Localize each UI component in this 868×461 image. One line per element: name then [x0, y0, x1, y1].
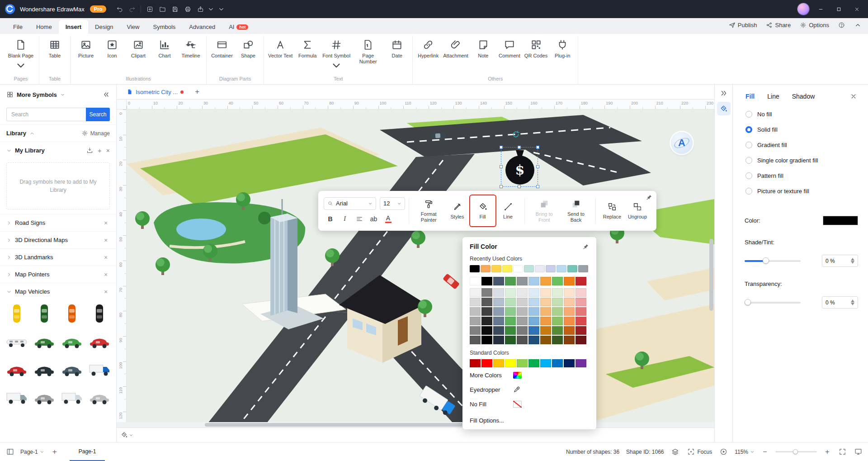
- library-row-3d-directional-maps[interactable]: 3D Directional Maps×: [0, 231, 116, 248]
- standard-color-swatch[interactable]: [505, 359, 516, 367]
- color-swatch[interactable]: [481, 298, 492, 306]
- color-swatch[interactable]: [576, 277, 586, 285]
- new-button[interactable]: [144, 3, 156, 15]
- color-swatch[interactable]: [528, 307, 539, 316]
- color-swatch[interactable]: [481, 326, 492, 335]
- standard-color-swatch[interactable]: [481, 359, 492, 367]
- menu-tab-design[interactable]: Design: [88, 20, 120, 34]
- new-document-tab-button[interactable]: +: [192, 86, 203, 97]
- fit-to-screen-icon[interactable]: [854, 447, 863, 456]
- open-button[interactable]: [156, 3, 168, 15]
- font-size-select[interactable]: 12: [380, 197, 405, 210]
- ribbon-item-blank-page[interactable]: Blank Page: [5, 36, 36, 72]
- menu-tab-view[interactable]: View: [120, 20, 146, 34]
- color-swatch[interactable]: [576, 336, 586, 344]
- zoom-slider-thumb[interactable]: [793, 449, 798, 454]
- radio-button[interactable]: [745, 111, 752, 118]
- color-swatch[interactable]: [540, 298, 551, 306]
- selection-handle[interactable]: [500, 146, 503, 149]
- recent-color-swatch[interactable]: [513, 265, 523, 272]
- standard-color-swatch[interactable]: [564, 359, 575, 367]
- document-tab[interactable]: Isometric City ...: [121, 85, 189, 99]
- chevron-down-icon[interactable]: [207, 3, 214, 15]
- ribbon-item-container[interactable]: Container: [209, 36, 235, 60]
- toolbar-more-chevron-icon[interactable]: [215, 3, 227, 15]
- radio-button[interactable]: [745, 157, 752, 164]
- fill-type-single-color-gradient-fill[interactable]: Single color gradient fill: [745, 152, 858, 168]
- color-swatch[interactable]: [505, 317, 516, 325]
- color-swatch[interactable]: [470, 336, 481, 344]
- zoom-out-button[interactable]: −: [761, 448, 769, 456]
- font-family-select[interactable]: Arial: [324, 197, 376, 210]
- vehicle-symbol[interactable]: [87, 387, 112, 409]
- color-swatch[interactable]: [481, 307, 492, 316]
- ribbon-item-page-number[interactable]: Page Number: [353, 36, 383, 65]
- zoom-in-button[interactable]: +: [824, 448, 831, 456]
- color-swatch[interactable]: [493, 336, 504, 344]
- selection-handle[interactable]: [518, 185, 521, 188]
- color-swatch[interactable]: [505, 288, 516, 297]
- palette-fill-tool[interactable]: [120, 431, 133, 439]
- font-color-button[interactable]: A: [382, 213, 395, 225]
- color-swatch[interactable]: [470, 298, 481, 306]
- ribbon-item-formula[interactable]: Formula: [295, 36, 320, 60]
- vehicle-symbol[interactable]: [60, 303, 85, 324]
- selection-handle[interactable]: [500, 185, 503, 188]
- color-swatch[interactable]: [528, 326, 539, 335]
- color-swatch[interactable]: [564, 336, 575, 344]
- color-swatch[interactable]: [517, 307, 528, 316]
- library-row-road-signs[interactable]: Road Signs×: [0, 214, 116, 231]
- color-swatch[interactable]: [481, 288, 492, 297]
- recent-color-swatch[interactable]: [557, 265, 566, 272]
- pin-icon[interactable]: [582, 243, 589, 250]
- color-swatch[interactable]: [564, 317, 575, 325]
- layers-icon[interactable]: [671, 447, 680, 456]
- page-panel-icon[interactable]: [5, 447, 14, 456]
- color-swatch[interactable]: [517, 298, 528, 306]
- ribbon-item-vector-text[interactable]: Vector Text: [267, 36, 294, 60]
- color-swatch[interactable]: [576, 298, 586, 306]
- color-swatch[interactable]: [564, 277, 575, 285]
- radio-button[interactable]: [745, 188, 752, 195]
- drawing-canvas[interactable]: $ A: [127, 109, 714, 422]
- library-row-map-pointers[interactable]: Map Pointers×: [0, 266, 116, 283]
- pin-icon[interactable]: [646, 194, 652, 201]
- color-swatch[interactable]: [564, 288, 575, 297]
- ribbon-item-note[interactable]: Note: [471, 36, 496, 60]
- color-swatch[interactable]: [552, 277, 563, 285]
- transparency-slider[interactable]: [745, 302, 801, 304]
- vehicle-symbol[interactable]: [32, 359, 57, 380]
- standard-color-swatch[interactable]: [552, 359, 563, 367]
- send-to-back-button[interactable]: Send to Back: [560, 195, 592, 226]
- replace-button[interactable]: Replace: [599, 195, 625, 226]
- standard-color-swatch[interactable]: [576, 359, 586, 367]
- color-swatch[interactable]: [493, 307, 504, 316]
- library-row-3d-landmarks[interactable]: 3D Landmarks×: [0, 248, 116, 266]
- selection-handle[interactable]: [500, 165, 503, 168]
- vehicle-symbol[interactable]: [87, 303, 112, 324]
- vehicle-symbol[interactable]: [5, 359, 29, 380]
- fill-type-gradient-fill[interactable]: Gradient fill: [745, 137, 858, 152]
- page-selector[interactable]: Page-1: [20, 449, 44, 455]
- share-button[interactable]: Share: [766, 22, 791, 29]
- rotate-handle-icon[interactable]: [512, 130, 520, 138]
- ribbon-item-timeline[interactable]: Timeline: [178, 36, 203, 60]
- color-swatch[interactable]: [517, 288, 528, 297]
- user-avatar[interactable]: [797, 3, 809, 15]
- ribbon-item-shape[interactable]: Shape: [236, 36, 261, 60]
- eyedropper-item[interactable]: Eyedropper: [470, 383, 589, 396]
- color-swatch[interactable]: [528, 298, 539, 306]
- color-swatch[interactable]: [470, 317, 481, 325]
- chevron-down-icon[interactable]: [60, 92, 65, 97]
- ribbon-item-icon[interactable]: Icon: [99, 36, 125, 60]
- vehicle-symbol[interactable]: [87, 331, 112, 352]
- color-swatch[interactable]: [540, 277, 551, 285]
- zoom-select[interactable]: 115%: [735, 449, 755, 455]
- ribbon-item-plug-in[interactable]: Plug-in: [550, 36, 575, 60]
- undo-button[interactable]: [113, 3, 125, 15]
- color-swatch[interactable]: [517, 317, 528, 325]
- color-swatch[interactable]: [528, 317, 539, 325]
- focus-toggle[interactable]: Focus: [687, 447, 712, 456]
- menu-tab-home[interactable]: Home: [29, 20, 59, 34]
- format-painter-button[interactable]: Format Painter: [413, 195, 445, 226]
